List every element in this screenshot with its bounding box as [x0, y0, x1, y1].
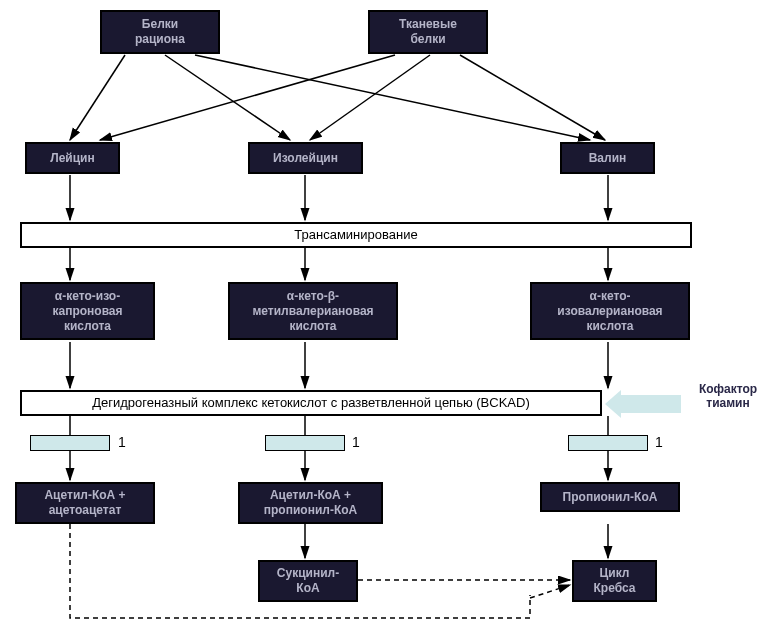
- marker-num-leu: 1: [118, 434, 126, 450]
- label: Ацетил-КоА +пропионил-КоА: [264, 488, 357, 518]
- keto-val: α-кето-изовалериановаякислота: [530, 282, 690, 340]
- svg-line-0: [70, 55, 125, 140]
- krebs-cycle: ЦиклКребса: [572, 560, 657, 602]
- label: Сукцинил-КоА: [277, 566, 339, 596]
- label: Ацетил-КоА +ацетоацетат: [44, 488, 125, 518]
- keto-ile: α-кето-β-метилвалериановаякислота: [228, 282, 398, 340]
- label: Тканевыебелки: [399, 17, 457, 47]
- source-diet-proteins: Белкирациона: [100, 10, 220, 54]
- label: ЦиклКребса: [594, 566, 636, 596]
- marker-bar-val: [568, 435, 648, 451]
- label: Белкирациона: [135, 17, 185, 47]
- marker-num-ile: 1: [352, 434, 360, 450]
- cofactor-arrow-icon: [621, 395, 681, 413]
- keto-leu: α-кето-изо-капроноваякислота: [20, 282, 155, 340]
- svg-line-4: [310, 55, 430, 140]
- cofactor-label: Кофактортиамин: [688, 382, 768, 411]
- label: α-кето-β-метилвалериановаякислота: [252, 289, 373, 334]
- marker-bar-ile: [265, 435, 345, 451]
- marker-num-val: 1: [655, 434, 663, 450]
- label: Изолейцин: [273, 151, 338, 166]
- label: Пропионил-КоА: [563, 490, 658, 505]
- succinyl-coa: Сукцинил-КоА: [258, 560, 358, 602]
- label: Валин: [589, 151, 627, 166]
- amino-leucine: Лейцин: [25, 142, 120, 174]
- svg-line-1: [165, 55, 290, 140]
- label: Лейцин: [50, 151, 94, 166]
- label: Дегидрогеназный комплекс кетокислот с ра…: [92, 395, 530, 411]
- amino-valine: Валин: [560, 142, 655, 174]
- label: α-кето-изо-капроноваякислота: [52, 289, 122, 334]
- svg-line-2: [195, 55, 590, 140]
- coa-val: Пропионил-КоА: [540, 482, 680, 512]
- amino-isoleucine: Изолейцин: [248, 142, 363, 174]
- label: α-кето-изовалериановаякислота: [557, 289, 662, 334]
- svg-line-5: [460, 55, 605, 140]
- step-bckad: Дегидрогеназный комплекс кетокислот с ра…: [20, 390, 602, 416]
- svg-line-3: [100, 55, 395, 140]
- label: Трансаминирование: [294, 227, 417, 243]
- marker-bar-leu: [30, 435, 110, 451]
- coa-leu: Ацетил-КоА +ацетоацетат: [15, 482, 155, 524]
- svg-line-21: [530, 585, 570, 598]
- source-tissue-proteins: Тканевыебелки: [368, 10, 488, 54]
- step-transamination: Трансаминирование: [20, 222, 692, 248]
- coa-ile: Ацетил-КоА +пропионил-КоА: [238, 482, 383, 524]
